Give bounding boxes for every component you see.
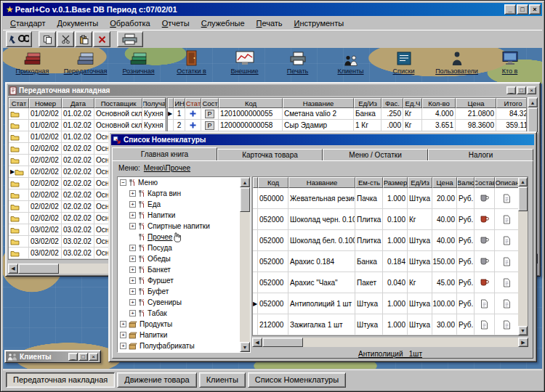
paste-button[interactable] bbox=[75, 31, 92, 47]
scroll-up-button[interactable]: ▲ bbox=[518, 177, 528, 187]
docs-col-header-3[interactable]: Поставщик bbox=[94, 98, 142, 108]
clients-close-button[interactable]: × bbox=[89, 353, 98, 361]
shortcut-books-green[interactable]: Розничная bbox=[112, 49, 165, 75]
tree-item[interactable]: −Меню bbox=[118, 177, 240, 188]
tree-item[interactable]: +Полуфабрикаты bbox=[118, 340, 240, 351]
tree-item[interactable]: +Продукты bbox=[118, 319, 240, 330]
cut-button[interactable] bbox=[57, 31, 74, 47]
clients-minimize-button[interactable]: _ bbox=[68, 353, 78, 361]
expand-plus-icon[interactable]: + bbox=[129, 288, 136, 295]
print-button[interactable] bbox=[117, 31, 143, 47]
tree-item[interactable]: +Банкет bbox=[118, 264, 240, 275]
goods-col-header-8[interactable]: Описан bbox=[495, 177, 518, 188]
docs-col-header-1[interactable]: Номер bbox=[29, 98, 62, 108]
app-close-button[interactable]: × bbox=[529, 4, 541, 15]
app-maximize-button[interactable]: □ bbox=[517, 4, 528, 15]
docs-col-header-2[interactable]: Дата bbox=[62, 98, 94, 108]
expand-plus-icon[interactable]: + bbox=[129, 212, 136, 219]
tree-item[interactable]: +Буфет bbox=[118, 286, 240, 297]
goods-col-header-6[interactable]: Валю bbox=[457, 177, 475, 188]
goods-col-header-3[interactable]: Размер bbox=[383, 177, 408, 188]
scroll-thumb[interactable] bbox=[262, 338, 303, 347]
goods-cell-description[interactable] bbox=[495, 293, 518, 314]
goods-cell-sostav[interactable] bbox=[475, 272, 495, 293]
items-col-header-2[interactable]: Сост bbox=[201, 98, 219, 108]
clients-title-bar[interactable]: Клиенты _□× bbox=[6, 351, 100, 362]
goods-row[interactable]: 052000Арахис "Чака"Пакет0.040Кг45.00Руб. bbox=[253, 272, 518, 293]
goods-col-header-1[interactable]: Название bbox=[288, 177, 355, 188]
items-col-header-7[interactable]: Ед.Ч bbox=[403, 98, 422, 108]
tree-item[interactable]: Прочее bbox=[118, 232, 240, 242]
shortcut-people[interactable]: Клиенты bbox=[324, 49, 377, 75]
shortcut-monitor[interactable]: Кто в bbox=[483, 49, 536, 75]
invoice-maximize-button[interactable]: □ bbox=[517, 86, 526, 94]
items-col-header-0[interactable]: ИН bbox=[174, 98, 185, 108]
tree-vertical-scrollbar[interactable]: ▲▼ bbox=[240, 177, 250, 352]
taskbar-button-1[interactable]: Движение товара bbox=[117, 372, 196, 388]
items-col-header-1[interactable]: Стат bbox=[185, 98, 201, 108]
scroll-left-button[interactable]: ◀ bbox=[252, 338, 262, 347]
expand-plus-icon[interactable]: + bbox=[129, 299, 136, 306]
goods-cell-sostav[interactable] bbox=[475, 293, 495, 314]
app-title-bar[interactable]: ★ Pearl+Co v.0.1.Base DB Период с:07/02/… bbox=[3, 3, 542, 16]
scroll-thumb[interactable] bbox=[528, 107, 538, 132]
tree-item[interactable]: +Фуршет bbox=[118, 275, 240, 286]
copy-button[interactable] bbox=[39, 31, 56, 47]
expand-plus-icon[interactable]: + bbox=[120, 332, 126, 338]
items-col-header-10[interactable]: Итого bbox=[496, 98, 527, 108]
scroll-thumb[interactable] bbox=[18, 264, 59, 274]
scroll-up-button[interactable]: ▲ bbox=[528, 97, 538, 107]
tree-item[interactable]: +Табак bbox=[118, 308, 240, 319]
scroll-down-button[interactable]: ▼ bbox=[518, 326, 528, 335]
expand-plus-icon[interactable]: + bbox=[129, 245, 136, 251]
menu-item-6[interactable]: Инструменты bbox=[288, 17, 350, 29]
expand-plus-icon[interactable]: + bbox=[129, 223, 136, 229]
goods-row[interactable]: ▶052000Антиполиций 1 штШтука1.000Штука10… bbox=[253, 293, 518, 314]
goods-row[interactable]: 052000Шоколад бел. 0.100Плитка1.000Штука… bbox=[253, 230, 518, 251]
menu-item-0[interactable]: Стандарт bbox=[4, 17, 52, 29]
items-col-header-5[interactable]: Ед/Из bbox=[354, 98, 382, 108]
expand-plus-icon[interactable]: + bbox=[129, 190, 136, 197]
goods-col-header-7[interactable]: Состав bbox=[475, 177, 495, 188]
shortcut-book-red[interactable]: Приходная bbox=[6, 49, 59, 75]
tab-0[interactable]: Главная книга bbox=[112, 147, 217, 160]
invoice-minimize-button[interactable]: _ bbox=[506, 86, 516, 94]
tree-item[interactable]: +Напитки bbox=[118, 210, 240, 221]
menu-item-2[interactable]: Обработка bbox=[104, 17, 156, 29]
goods-col-header-5[interactable]: Цена bbox=[432, 177, 457, 188]
delete-button[interactable] bbox=[93, 31, 110, 47]
items-col-header-6[interactable]: Фас. bbox=[382, 98, 403, 108]
goods-cell-description[interactable] bbox=[495, 209, 518, 229]
app-minimize-button[interactable]: _ bbox=[504, 4, 516, 15]
tree-item[interactable]: +Посуда bbox=[118, 242, 240, 253]
goods-cell-sostav[interactable] bbox=[475, 188, 495, 208]
scroll-down-button[interactable]: ▼ bbox=[240, 342, 250, 352]
menu-item-5[interactable]: Печать bbox=[251, 17, 288, 29]
goods-col-header-2[interactable]: Ем-сть bbox=[355, 177, 383, 188]
tree-item[interactable]: +Еда bbox=[118, 199, 240, 210]
tree-item[interactable]: +Напитки bbox=[118, 330, 240, 340]
goods-col-header-0[interactable]: Код bbox=[258, 177, 288, 188]
taskbar-button-0[interactable]: Передаточная накладная bbox=[6, 372, 115, 388]
expand-plus-icon[interactable]: + bbox=[120, 321, 126, 327]
clients-maximize-button[interactable]: □ bbox=[78, 353, 88, 361]
goods-vertical-scrollbar[interactable]: ▲▼ bbox=[518, 177, 528, 335]
shortcut-door[interactable]: Остатки в bbox=[165, 49, 218, 75]
goods-row[interactable]: 052000Арахис 0.184Банка0.184Штука150.00Р… bbox=[253, 251, 518, 272]
shortcut-books-gray[interactable]: Передаточная bbox=[59, 49, 112, 75]
scroll-right-button[interactable]: ▶ bbox=[518, 338, 528, 347]
collapse-minus-icon[interactable]: − bbox=[120, 179, 126, 186]
goods-horizontal-scrollbar[interactable]: ◀▶ bbox=[252, 338, 528, 347]
menu-path-link[interactable]: Меню\Прочее bbox=[144, 164, 190, 172]
scroll-up-button[interactable]: ▲ bbox=[240, 177, 250, 187]
docs-col-header-4[interactable]: Получа bbox=[142, 98, 166, 108]
goods-cell-description[interactable] bbox=[495, 314, 518, 335]
menu-item-3[interactable]: Отчеты bbox=[156, 17, 195, 29]
goods-cell-description[interactable] bbox=[495, 188, 518, 208]
find-button[interactable] bbox=[6, 31, 32, 47]
goods-col-header-4[interactable]: Ед/Из bbox=[408, 177, 432, 188]
expand-plus-icon[interactable]: + bbox=[129, 201, 136, 208]
shortcut-list[interactable]: Списки bbox=[377, 49, 430, 75]
invoice-close-button[interactable]: × bbox=[527, 86, 536, 94]
expand-plus-icon[interactable]: + bbox=[129, 310, 136, 317]
